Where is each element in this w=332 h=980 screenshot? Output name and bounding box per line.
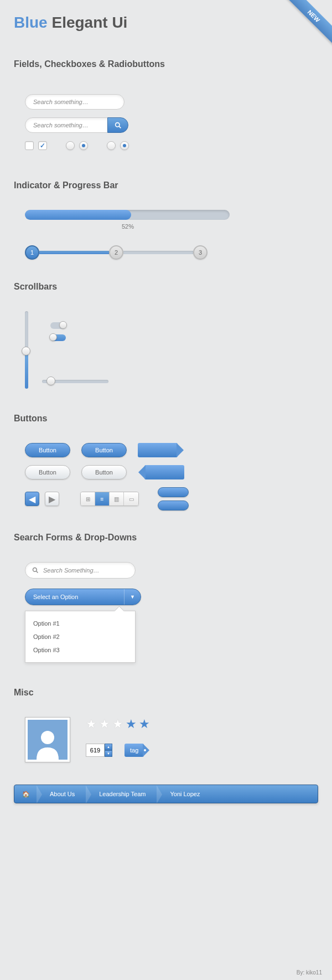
star-icon[interactable]: ★ [99,717,110,731]
view-columns-icon[interactable]: ▥ [110,492,124,506]
step-line-1 [39,251,109,254]
svg-line-3 [37,571,38,573]
svg-point-0 [115,122,119,126]
star-icon[interactable]: ★ [139,717,150,731]
breadcrumb-item-2[interactable]: Leadership Team [87,785,158,803]
button-gray-2[interactable]: Button [81,465,127,479]
section-buttons: Buttons [14,414,318,424]
number-stepper[interactable]: ▲ ▼ [86,744,112,757]
tag[interactable]: tag [124,744,144,757]
button-gray-1[interactable]: Button [25,465,70,479]
toggle-on[interactable] [50,334,66,341]
credit: By: kiko11 [297,969,322,976]
button-blue-1[interactable]: Button [25,443,70,457]
stepper-down[interactable]: ▼ [105,750,112,757]
dropdown-option-1[interactable]: Option #1 [33,617,127,630]
checkbox-unchecked[interactable] [25,141,34,150]
star-rating[interactable]: ★ ★ ★ ★ ★ [86,717,150,731]
progress-label: 52% [122,223,318,230]
search-2-placeholder: Search something… [33,122,89,128]
breadcrumb: 🏠 About Us Leadership Team Yoni Lopez [14,785,318,803]
radio-2-off[interactable] [107,141,116,150]
search-input-2[interactable]: Search something… [25,117,108,133]
checkbox-checked[interactable] [38,141,47,150]
step-line-2 [123,251,193,254]
step-1[interactable]: 1 [25,245,39,260]
svg-line-1 [119,126,121,128]
radio-1-off[interactable] [66,141,75,150]
pill-button-1[interactable] [158,487,189,497]
svg-point-4 [41,731,54,744]
view-cover-icon[interactable]: ▭ [124,492,138,506]
title-rest: Elegant Ui [51,14,127,31]
horizontal-slider[interactable] [42,380,108,383]
breadcrumb-item-3[interactable]: Yoni Lopez [158,785,212,803]
search-placeholder: Search Something… [43,567,100,574]
tag-label: tag [130,747,138,754]
page-title: Blue Elegant Ui [14,14,318,32]
dropdown-panel: Option #1 Option #2 Option #3 [25,611,136,663]
step-2[interactable]: 2 [109,245,123,260]
breadcrumb-item-1[interactable]: About Us [38,785,87,803]
nav-next[interactable]: ▶ [45,492,59,506]
select-dropdown[interactable]: Select an Option ▼ [25,589,141,605]
section-scrollbars: Scrollbars [14,282,318,292]
section-misc: Misc [14,688,318,698]
star-icon[interactable]: ★ [126,717,137,731]
section-searchdd: Search Forms & Drop-Downs [14,533,318,543]
search-input-1[interactable]: Search something… [25,94,124,110]
avatar[interactable] [25,717,70,762]
title-blue: Blue [14,14,48,31]
progress-bar [25,210,230,220]
dropdown-caret: ▼ [124,589,141,605]
progress-fill [25,210,131,220]
search-icon [115,122,122,129]
stepper-up[interactable]: ▲ [105,744,112,750]
search-input-icon[interactable]: Search Something… [25,562,136,579]
pill-button-2[interactable] [158,501,189,510]
star-icon[interactable]: ★ [86,717,97,731]
step-3[interactable]: 3 [193,245,208,260]
radio-2-on[interactable] [120,141,129,150]
avatar-image [28,720,68,760]
search-1-placeholder: Search something… [33,99,89,105]
toggle-off[interactable] [50,322,66,329]
arrow-button-right[interactable] [138,443,178,457]
dropdown-option-3[interactable]: Option #3 [33,643,127,657]
search-icon [32,567,39,574]
view-list-icon[interactable]: ≡ [95,492,110,506]
radio-1-on[interactable] [79,141,88,150]
new-ribbon: NEW [282,0,332,50]
home-icon: 🏠 [22,791,30,798]
star-icon[interactable]: ★ [112,717,123,731]
section-progress: Indicator & Progress Bar [14,180,318,190]
chevron-down-icon: ▼ [130,594,135,600]
arrow-button-left[interactable] [144,465,184,479]
stepper-input[interactable] [86,744,105,757]
step-indicator: 1 2 3 [25,245,208,260]
view-grid-icon[interactable]: ⊞ [81,492,95,506]
button-blue-2[interactable]: Button [81,443,127,457]
ribbon-label: NEW [284,0,332,46]
vertical-slider[interactable] [25,311,28,389]
nav-prev[interactable]: ◀ [25,492,39,506]
search-button[interactable] [107,117,128,133]
section-fields: Fields, Checkboxes & Radiobuttons [14,59,318,69]
breadcrumb-home[interactable]: 🏠 [14,785,38,803]
svg-point-2 [33,568,37,572]
select-label: Select an Option [33,594,78,600]
view-switcher: ⊞ ≡ ▥ ▭ [80,492,139,506]
dropdown-option-2[interactable]: Option #2 [33,630,127,643]
